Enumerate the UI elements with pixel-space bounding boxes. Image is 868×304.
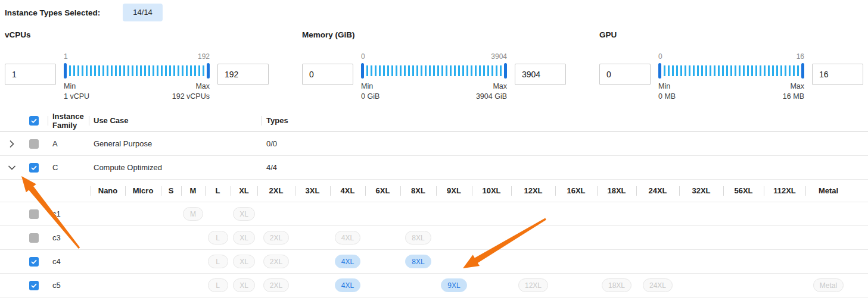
instance-checkbox-cell (24, 250, 48, 273)
size-cell-8XL (400, 274, 436, 297)
size-cell-32XL (679, 274, 723, 297)
size-cell-6XL (365, 250, 400, 273)
vcpus-slider-max-handle[interactable] (207, 63, 210, 79)
size-badge-c5-Metal[interactable]: Metal (813, 278, 844, 292)
size-cell-112XL (764, 274, 805, 297)
size-cell-112XL (764, 226, 805, 249)
size-cell-6XL (365, 202, 400, 225)
size-cell-2XL: 2XL (257, 274, 295, 297)
gpu-slider-max-handle[interactable] (801, 63, 804, 79)
size-cell-10XL (472, 226, 511, 249)
size-badge-c3-8XL[interactable]: 8XL (405, 231, 431, 245)
instance-checkbox-cell (24, 202, 48, 225)
instance-checkbox-c1[interactable] (29, 209, 39, 219)
memory-slider-track[interactable] (361, 64, 507, 78)
size-badge-c3-XL[interactable]: XL (233, 231, 255, 245)
vcpus-max-input[interactable] (217, 64, 269, 85)
size-badge-c5-4XL[interactable]: 4XL (335, 278, 360, 292)
select-all-checkbox[interactable] (29, 116, 39, 126)
size-cell-4XL (330, 202, 365, 225)
size-badge-c5-9XL[interactable]: 9XL (441, 278, 466, 292)
instance-name: c4 (48, 250, 91, 273)
size-cell-Micro (125, 226, 161, 249)
collapse-chevron-icon-C[interactable] (7, 163, 17, 173)
size-cell-XL: XL (231, 202, 257, 225)
size-cell-9XL (436, 250, 472, 273)
memory-min-input[interactable] (302, 64, 353, 85)
memory-slider-max-handle[interactable] (504, 63, 507, 79)
size-badge-c4-4XL[interactable]: 4XL (335, 255, 360, 268)
size-cell-12XL (511, 202, 555, 225)
size-cell-112XL (764, 250, 805, 273)
column-header-use-case: Use Case (89, 109, 262, 131)
size-badge-c5-24XL[interactable]: 24XL (643, 278, 673, 292)
column-header-instance-family: Instance Family (48, 109, 89, 131)
vcpus-slider-min-handle[interactable] (64, 63, 67, 79)
filter-section-vcpus: vCPUs 1 192 Min 1 vCPU Ma (5, 30, 269, 102)
gpu-min-input[interactable] (599, 64, 651, 85)
size-badge-c5-L[interactable]: L (208, 278, 228, 292)
size-column-header-2XL: 2XL (257, 180, 295, 202)
size-cell-3XL (295, 202, 330, 225)
size-cell-18XL (597, 202, 636, 225)
size-column-header-12XL: 12XL (511, 180, 555, 202)
size-badge-c3-L[interactable]: L (208, 231, 228, 245)
size-badge-c4-L[interactable]: L (208, 255, 228, 268)
gpu-slider-track[interactable] (658, 64, 804, 78)
size-cell-112XL (764, 202, 805, 225)
vcpus-min-input[interactable] (5, 64, 56, 85)
size-badge-c4-2XL[interactable]: 2XL (263, 255, 289, 268)
size-column-header-24XL: 24XL (636, 180, 679, 202)
size-badge-c4-8XL[interactable]: 8XL (405, 255, 431, 268)
gpu-max-caption: Max 16 MB (783, 82, 804, 102)
size-badge-c4-XL[interactable]: XL (233, 255, 255, 268)
expand-cell (0, 132, 24, 155)
vcpus-slider: 1 192 Min 1 vCPU Max 192 vCPUs (64, 52, 210, 102)
size-badge-c5-18XL[interactable]: 18XL (602, 278, 631, 292)
size-cell-M (181, 274, 205, 297)
filter-panel: vCPUs 1 192 Min 1 vCPU Ma (5, 30, 863, 102)
size-badge-c5-12XL[interactable]: 12XL (518, 278, 548, 292)
size-cell-S (161, 202, 181, 225)
family-row-C[interactable]: CCompute Optimized4/4 (0, 156, 868, 180)
size-cell-2XL (257, 202, 295, 225)
gpu-slider-min-handle[interactable] (658, 63, 661, 79)
family-checkbox-A[interactable] (29, 139, 39, 149)
size-cell-S (161, 250, 181, 273)
size-column-header-3XL: 3XL (295, 180, 330, 202)
size-cell-32XL (679, 202, 723, 225)
size-cell-12XL: 12XL (511, 274, 555, 297)
size-badge-c3-2XL[interactable]: 2XL (263, 231, 289, 245)
vcpus-slider-track[interactable] (64, 64, 210, 78)
family-checkbox-C[interactable] (29, 163, 39, 173)
gpu-max-input[interactable] (812, 64, 863, 85)
size-cell-XL: XL (231, 226, 257, 249)
table-header-row: Instance FamilyUse CaseTypes (0, 109, 868, 132)
expand-chevron-icon-A[interactable] (7, 139, 17, 149)
size-cell-Metal (805, 202, 851, 225)
size-cell-Micro (125, 250, 161, 273)
size-badge-c1-XL[interactable]: XL (233, 207, 255, 221)
size-badge-c5-XL[interactable]: XL (233, 278, 255, 292)
gpu-slider-max-label: 16 (797, 52, 804, 60)
spacer (24, 180, 48, 202)
instance-checkbox-c5[interactable] (29, 281, 39, 290)
vcpus-slider-max-label: 192 (198, 52, 210, 60)
instance-checkbox-c4[interactable] (29, 257, 39, 267)
instance-checkbox-c3[interactable] (29, 233, 39, 243)
size-cell-4XL: 4XL (330, 274, 365, 297)
memory-max-input[interactable] (515, 64, 566, 85)
family-row-A[interactable]: AGeneral Purpose0/0 (0, 132, 868, 156)
spacer (0, 180, 24, 202)
size-badge-c1-M[interactable]: M (183, 207, 203, 221)
size-badge-c5-2XL[interactable]: 2XL (263, 278, 289, 292)
size-cell-3XL (295, 250, 330, 273)
size-badge-c3-4XL[interactable]: 4XL (335, 231, 360, 245)
memory-slider-min-handle[interactable] (361, 63, 364, 79)
size-cell-16XL (555, 274, 597, 297)
instance-name: c1 (48, 202, 91, 225)
size-cell-S (161, 226, 181, 249)
instance-name: c5 (48, 274, 91, 297)
size-cell-4XL: 4XL (330, 250, 365, 273)
size-cell-12XL (511, 250, 555, 273)
